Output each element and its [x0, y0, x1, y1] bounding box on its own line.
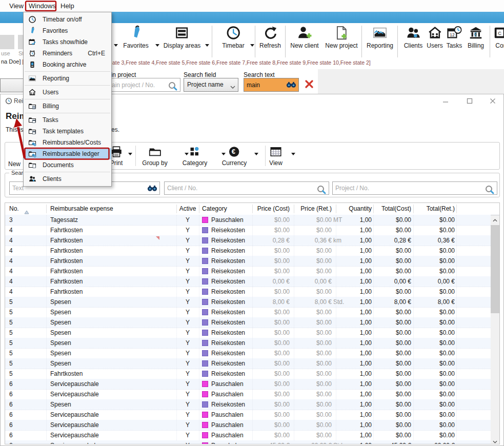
- ledger-button-category[interactable]: Category: [183, 145, 208, 167]
- table-row[interactable]: 5SpesenYReisekosten8,00 €8,00 €Std.1,008…: [5, 297, 491, 308]
- table-row[interactable]: 4FahrtkostenYReisekosten0,28 €0,36 €km1,…: [5, 235, 491, 246]
- menubar-item-windows[interactable]: Windows: [27, 2, 58, 10]
- cell-expense: Servicepauschale: [50, 440, 168, 444]
- table-row[interactable]: 5SpesenYReisekosten$0.00$0.001,00$0.00$0…: [5, 348, 491, 359]
- column-header-price-cost[interactable]: Price (Cost): [242, 203, 290, 215]
- dropdown-arrow-icon[interactable]: [205, 44, 209, 47]
- toolbar-button-new-client[interactable]: New client: [290, 25, 318, 49]
- table-row[interactable]: 5SpesenYReisekosten$0.00$0.001,00$0.00$0…: [5, 307, 491, 318]
- scrollbar-thumb[interactable]: [491, 225, 499, 313]
- dropdown-arrow-icon[interactable]: [254, 153, 258, 155]
- clear-search-button[interactable]: [304, 79, 315, 90]
- table-row[interactable]: 4FahrtkostenYReisekosten$0.00$0.001,00$0…: [5, 266, 491, 277]
- client-search-input[interactable]: [164, 181, 329, 195]
- cell-price-cost: $0.00: [242, 430, 290, 440]
- table-row[interactable]: 6ServicepauschaleYPauschalen$0.00$0.001,…: [5, 420, 491, 431]
- svg-text:€: €: [474, 32, 477, 37]
- table-row[interactable]: 5SpesenYReisekosten$0.00$0.001,00$0.00$0…: [5, 317, 491, 328]
- close-button[interactable]: [485, 95, 500, 106]
- project-search-field[interactable]: [333, 182, 497, 194]
- menu-item-tasks-show-hide[interactable]: Tasks show/hide: [24, 36, 111, 48]
- menu-item-reimbursables-costs[interactable]: Reimbursables/Costs: [24, 137, 111, 148]
- menu-item-clients[interactable]: Clients: [24, 173, 111, 185]
- column-header-price-ret[interactable]: Price (Ret.): [288, 203, 332, 215]
- table-row[interactable]: 5SpesenYReisekosten$0.00$0.001,00$0.00$0…: [5, 328, 491, 338]
- hidden-button-dropdown-arrow-icon[interactable]: [114, 44, 118, 47]
- scroll-down-button[interactable]: [491, 436, 499, 444]
- menu-item-timebar-on-off[interactable]: Timebar on/off: [24, 14, 111, 25]
- ledger-button-view[interactable]: View: [269, 145, 283, 167]
- table-row[interactable]: 5FahrtkostenYReisekosten$0.00$0.001,00$0…: [5, 369, 491, 379]
- toolbar-button-favorites[interactable]: Favorites: [123, 25, 148, 49]
- column-header-active[interactable]: Active: [176, 203, 199, 215]
- ledger-button-currency[interactable]: €Currency: [222, 145, 247, 167]
- menu-item-booking-archive[interactable]: Booking archive: [24, 59, 111, 70]
- dropdown-arrow-icon[interactable]: [250, 44, 254, 47]
- column-header-total-cost[interactable]: Total(Cost): [369, 203, 411, 215]
- menu-item-billing[interactable]: Billing: [24, 100, 111, 112]
- dropdown-arrow-icon[interactable]: [128, 153, 132, 155]
- toolbar-button-label: Clients: [404, 42, 423, 49]
- menu-item-reimbursable-ledger[interactable]: Reimbursable ledger: [24, 148, 111, 159]
- table-row[interactable]: 4FahrtkostenYReisekosten$0.00$0.001,00$0…: [5, 287, 491, 297]
- cell-expense: Spesen: [50, 338, 168, 348]
- dropdown-arrow-icon[interactable]: [291, 153, 295, 155]
- toolbar-button-reporting[interactable]: Reporting: [367, 25, 393, 49]
- ledger-button-new[interactable]: New: [8, 160, 21, 168]
- toolbar-button-timebar[interactable]: Timebar: [222, 25, 245, 49]
- table-row[interactable]: 5SpesenYReisekosten$0.00$0.001,00$0.00$0…: [5, 358, 491, 369]
- minimize-button[interactable]: [438, 95, 453, 106]
- project-search-input[interactable]: [332, 181, 497, 195]
- table-row[interactable]: 6ServicepauschaleYPauschalen$0.00$0.001,…: [5, 389, 491, 400]
- toolbar-button-cor[interactable]: CCor: [493, 25, 504, 49]
- table-row[interactable]: 4FahrtkostenYReisekosten$0.00$0.001,00$0…: [5, 256, 491, 267]
- client-search-field[interactable]: [165, 182, 329, 194]
- table-row[interactable]: 6ServicepauschaleYPauschalen$0.00$0.001,…: [5, 410, 491, 420]
- search-field-combobox[interactable]: Project name: [184, 78, 238, 92]
- toolbar-button-billing[interactable]: €Billing: [468, 25, 484, 49]
- table-row[interactable]: 4FahrtkostenYReisekosten$0.00$0.001,00$0…: [5, 225, 491, 236]
- table-row[interactable]: 6SpesenYReisekosten$0.00$0.001,00$0.00$0…: [5, 399, 491, 410]
- table-row[interactable]: 6ServicepauschaleYPauschalen$0.00$0.001,…: [5, 430, 491, 441]
- maximize-button[interactable]: [462, 95, 477, 106]
- cell-total-ret: $0.00: [412, 348, 455, 358]
- menu-item-reminders[interactable]: RemindersCtrl+E: [24, 48, 111, 59]
- toolbar-button-display-areas[interactable]: Display areas: [164, 25, 201, 49]
- menu-item-tasks[interactable]: Tasks: [24, 114, 111, 126]
- cell-quantity: 1,00: [345, 430, 372, 440]
- toolbar-button-tasks[interactable]: 12Tasks: [447, 25, 462, 49]
- table-row[interactable]: 6ServicepauschaleYPauschalen$0.00$0.001,…: [5, 379, 491, 390]
- scroll-up-button[interactable]: [491, 215, 499, 224]
- toolbar-button-new-project[interactable]: New project: [325, 25, 357, 49]
- table-row[interactable]: 4FahrtkostenYReisekosten$0.00$0.001,00$0…: [5, 246, 491, 256]
- cell-active: Y: [176, 256, 199, 266]
- table-row[interactable]: 3TagessatzYPauschalen$0.00$0.00MT1,00$0.…: [5, 215, 491, 226]
- search-text-input[interactable]: [244, 78, 299, 92]
- toolbar-button-clients[interactable]: Clients: [404, 25, 423, 49]
- dropdown-arrow-icon[interactable]: [155, 44, 159, 47]
- toolbar-button-refresh[interactable]: Refresh: [259, 25, 281, 49]
- timebar-clock-icon: [226, 25, 241, 40]
- menu-item-label: Reminders: [43, 50, 72, 57]
- header-divider: [252, 205, 253, 213]
- menu-item-users[interactable]: Users: [24, 87, 111, 98]
- menu-item-task-templates[interactable]: Task templates: [24, 126, 111, 137]
- toolbar-button-users[interactable]: Users: [427, 25, 442, 49]
- category-color-swatch: [202, 248, 208, 254]
- column-header-total-ret[interactable]: Total(Ret.): [412, 203, 455, 215]
- menu-item-documents[interactable]: Documents: [24, 159, 111, 171]
- cell-total-ret: $0.00: [412, 215, 455, 225]
- menu-item-shortcut: Ctrl+E: [88, 50, 105, 57]
- menubar-item-help[interactable]: Help: [58, 2, 76, 10]
- main-project-search-input[interactable]: [104, 78, 180, 92]
- menu-item-favorites[interactable]: Favorites: [24, 25, 111, 36]
- table-row[interactable]: 6ServicepauschaleYPauschalen45,00 €60,00…: [5, 440, 491, 444]
- table-row[interactable]: 4FahrtkostenYReisekosten0,00 €0,00 €1,00…: [5, 276, 491, 287]
- column-header-reimbursable-expense[interactable]: Reimbursable expense: [50, 203, 173, 215]
- ledger-button-group-by[interactable]: Group by: [142, 145, 167, 167]
- menubar-item-view[interactable]: View: [7, 2, 26, 10]
- table-row[interactable]: 5SpesenYReisekosten$0.00$0.001,00$0.00$0…: [5, 338, 491, 349]
- cell-active: Y: [176, 287, 199, 297]
- menu-item-reporting[interactable]: Reporting: [24, 73, 111, 84]
- column-header-quantity[interactable]: Quantity: [329, 203, 372, 215]
